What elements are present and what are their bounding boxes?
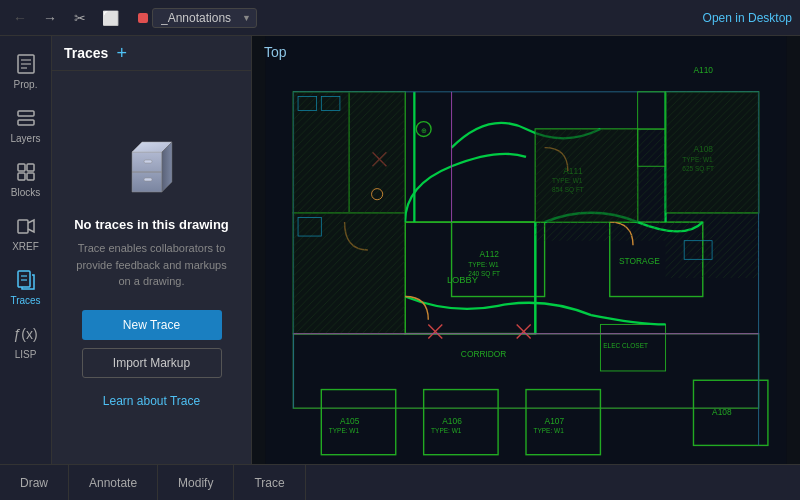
traces-title: Traces — [64, 45, 108, 61]
svg-rect-7 — [27, 164, 34, 171]
svg-rect-8 — [18, 173, 25, 180]
xref-icon — [14, 214, 38, 238]
svg-text:A112: A112 — [479, 249, 499, 259]
svg-text:STORAGE: STORAGE — [619, 256, 660, 266]
sidebar-item-layers[interactable]: Layers — [2, 98, 50, 152]
svg-text:TYPE: W1: TYPE: W1 — [468, 261, 499, 268]
traces-add-button[interactable]: + — [116, 44, 127, 62]
traces-empty-title: No traces in this drawing — [74, 217, 229, 232]
svg-rect-73 — [293, 92, 405, 334]
svg-text:A107: A107 — [545, 416, 565, 426]
sidebar-label-xref: XREF — [12, 241, 39, 252]
traces-empty-desc: Trace enables collaborators to provide f… — [72, 240, 231, 290]
svg-text:A106: A106 — [442, 416, 462, 426]
svg-rect-18 — [144, 160, 152, 163]
sidebar-label-blocks: Blocks — [11, 187, 40, 198]
left-sidebar: Prop. Layers Blocks — [0, 36, 52, 464]
sidebar-label-prop: Prop. — [14, 79, 38, 90]
prop-icon — [14, 52, 38, 76]
traces-content: No traces in this drawing Trace enables … — [52, 71, 251, 464]
blocks-icon — [14, 160, 38, 184]
annotation-dropdown[interactable]: _Annotations — [152, 8, 257, 28]
svg-text:A110: A110 — [693, 65, 713, 75]
sidebar-item-blocks[interactable]: Blocks — [2, 152, 50, 206]
learn-about-trace-link[interactable]: Learn about Trace — [103, 394, 200, 408]
undo-button[interactable]: ← — [8, 6, 32, 30]
view-label: Top — [264, 44, 287, 60]
svg-rect-10 — [18, 220, 28, 233]
svg-rect-5 — [18, 120, 34, 125]
tab-trace[interactable]: Trace — [234, 465, 305, 500]
sidebar-label-layers: Layers — [10, 133, 40, 144]
import-markup-button[interactable]: Import Markup — [82, 348, 222, 378]
svg-rect-74 — [535, 129, 665, 241]
sidebar-item-lisp[interactable]: ƒ(x) LISP — [2, 314, 50, 368]
traces-header: Traces + — [52, 36, 251, 71]
svg-text:TYPE: W1: TYPE: W1 — [533, 427, 564, 434]
scissors-button[interactable]: ✂ — [68, 6, 92, 30]
tab-annotate[interactable]: Annotate — [69, 465, 158, 500]
sidebar-item-prop[interactable]: Prop. — [2, 44, 50, 98]
annotation-dot — [138, 13, 148, 23]
cad-drawing-svg: LOBBY CORRIDOR STORAGE ELEC CLOSET A111 … — [252, 36, 800, 464]
lisp-icon: ƒ(x) — [14, 322, 38, 346]
layers-icon — [14, 106, 38, 130]
svg-text:A108: A108 — [712, 407, 732, 417]
svg-text:TYPE: W1: TYPE: W1 — [329, 427, 360, 434]
new-trace-button[interactable]: New Trace — [82, 310, 222, 340]
svg-text:TYPE: W1: TYPE: W1 — [431, 427, 462, 434]
copy-button[interactable]: ⬜ — [98, 6, 122, 30]
svg-text:CORRIDOR: CORRIDOR — [461, 349, 507, 359]
traces-panel: Traces + — [52, 36, 252, 464]
svg-text:240 SQ FT: 240 SQ FT — [468, 270, 500, 278]
svg-rect-11 — [18, 271, 30, 287]
redo-button[interactable]: → — [38, 6, 62, 30]
traces-empty-icon — [117, 127, 187, 201]
svg-rect-19 — [144, 178, 152, 181]
cad-canvas[interactable]: Top LOBBY CORRIDOR ST — [252, 36, 800, 464]
main-area: Prop. Layers Blocks — [0, 36, 800, 464]
traces-icon — [14, 268, 38, 292]
sidebar-label-traces: Traces — [10, 295, 40, 306]
annotation-select-wrap: _Annotations — [138, 8, 257, 28]
svg-text:A105: A105 — [340, 416, 360, 426]
top-toolbar: ← → ✂ ⬜ _Annotations Open in Desktop — [0, 0, 800, 36]
sidebar-item-traces[interactable]: Traces — [2, 260, 50, 314]
svg-rect-4 — [18, 111, 34, 116]
sidebar-item-xref[interactable]: XREF — [2, 206, 50, 260]
sidebar-label-lisp: LISP — [15, 349, 37, 360]
open-desktop-link[interactable]: Open in Desktop — [703, 11, 792, 25]
tab-draw[interactable]: Draw — [0, 465, 69, 500]
bottom-toolbar: Draw Annotate Modify Trace — [0, 464, 800, 500]
svg-text:ELEC CLOSET: ELEC CLOSET — [603, 342, 648, 349]
svg-text:⊕: ⊕ — [421, 126, 427, 135]
svg-rect-6 — [18, 164, 25, 171]
nav-controls: ← → ✂ ⬜ — [8, 6, 122, 30]
tab-modify[interactable]: Modify — [158, 465, 234, 500]
svg-rect-9 — [27, 173, 34, 180]
